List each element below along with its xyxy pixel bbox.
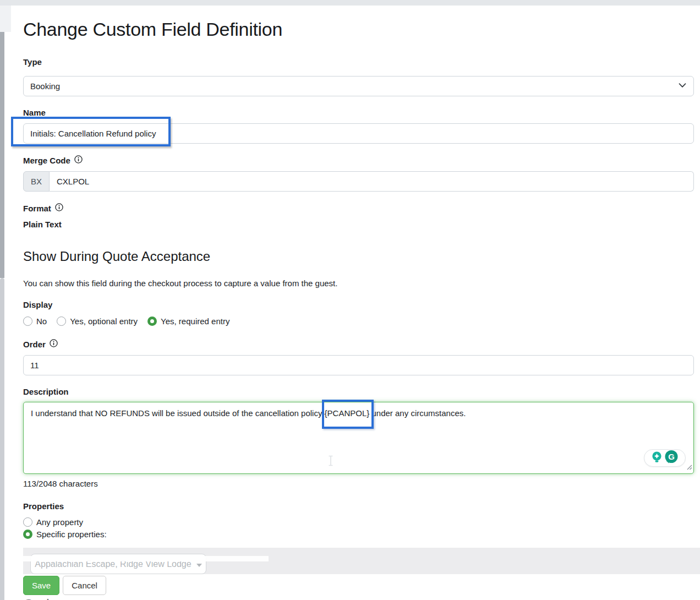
cancel-button[interactable]: Cancel <box>63 576 106 595</box>
form-actions: Save Cancel <box>23 576 694 595</box>
properties-radio-group: Any property Specific properties: <box>23 517 694 539</box>
info-icon[interactable] <box>74 155 83 166</box>
merge-token-highlighted: {PCANPOL} <box>325 408 370 418</box>
display-option-no[interactable]: No <box>23 317 47 326</box>
display-option-required[interactable]: Yes, required entry <box>147 317 229 326</box>
display-option-no-label: No <box>36 317 47 326</box>
form-panel: Change Custom Field Definition Type Book… <box>11 6 700 600</box>
display-option-required-label: Yes, required entry <box>161 317 229 326</box>
radio-selected-icon[interactable] <box>147 317 157 326</box>
name-label: Name <box>23 108 694 118</box>
description-label: Description <box>23 387 694 397</box>
properties-option-specific[interactable]: Specific properties: <box>23 530 694 539</box>
options-section-heading: Options <box>23 596 694 600</box>
order-input[interactable]: 11 <box>23 355 694 375</box>
radio-icon[interactable] <box>57 317 66 326</box>
grammarly-icon-letter: G <box>668 452 675 461</box>
type-label: Type <box>23 57 694 67</box>
description-text-before: I understand that NO REFUNDS will be iss… <box>31 408 325 418</box>
quote-acceptance-heading: Show During Quote Acceptance <box>23 249 694 264</box>
scrollbar-track[interactable] <box>0 278 4 600</box>
properties-option-specific-label: Specific properties: <box>36 530 107 539</box>
display-option-optional[interactable]: Yes, optional entry <box>57 317 138 326</box>
page-background-strip <box>0 0 700 6</box>
type-select-value: Booking <box>30 81 60 91</box>
chevron-down-icon <box>196 559 202 569</box>
info-icon[interactable] <box>55 203 63 214</box>
radio-selected-icon[interactable] <box>23 530 32 539</box>
display-label: Display <box>23 300 694 310</box>
radio-icon[interactable] <box>23 317 32 326</box>
format-label: Format <box>23 203 694 214</box>
merge-code-label: Merge Code <box>23 155 694 166</box>
property-multiselect[interactable]: Appalachian Escape, Ridge View Lodge <box>30 554 206 574</box>
save-button[interactable]: Save <box>23 576 59 595</box>
radio-icon[interactable] <box>23 517 32 527</box>
properties-label: Properties <box>23 501 694 511</box>
name-input[interactable]: Initials: Cancellation Refund policy <box>23 123 694 144</box>
textarea-resize-handle[interactable] <box>686 462 692 472</box>
name-input-value: Initials: Cancellation Refund policy <box>30 129 156 138</box>
grammarly-suggestion-bulb-icon[interactable] <box>651 451 663 466</box>
chevron-down-icon <box>678 81 687 91</box>
display-radio-group: No Yes, optional entry Yes, required ent… <box>23 317 694 326</box>
property-multiselect-value: Appalachian Escape, Ridge View Lodge <box>35 559 191 569</box>
order-label-text: Order <box>23 340 46 350</box>
properties-option-any[interactable]: Any property <box>23 517 694 527</box>
quote-acceptance-intro: You can show this field during the check… <box>23 279 694 288</box>
merge-code-input[interactable]: CXLPOL <box>50 171 694 192</box>
merge-code-value: CXLPOL <box>57 177 89 186</box>
order-label: Order <box>23 339 694 350</box>
scrollbar-corner <box>0 6 11 32</box>
merge-code-group: BX CXLPOL <box>23 171 694 192</box>
properties-option-any-label: Any property <box>36 517 83 527</box>
description-text-after: under any circumstances. <box>369 408 466 418</box>
grammarly-logo-icon[interactable]: G <box>664 450 679 466</box>
page-title: Change Custom Field Definition <box>23 18 694 40</box>
grammarly-widget[interactable]: G <box>644 449 686 467</box>
type-select[interactable]: Booking <box>23 76 694 96</box>
format-label-text: Format <box>23 204 51 214</box>
display-option-optional-label: Yes, optional entry <box>70 317 138 326</box>
description-textarea[interactable]: I understand that NO REFUNDS will be iss… <box>23 402 694 474</box>
scrollbar-thumb[interactable] <box>0 32 4 278</box>
character-count: 113/2048 characters <box>23 479 694 489</box>
merge-code-prefix: BX <box>23 171 50 192</box>
info-icon[interactable] <box>50 339 58 350</box>
property-selector-strip: Appalachian Escape, Ridge View Lodge <box>23 548 700 574</box>
format-value: Plain Text <box>23 220 694 230</box>
merge-code-label-text: Merge Code <box>23 156 70 166</box>
order-input-value: 11 <box>30 361 39 370</box>
